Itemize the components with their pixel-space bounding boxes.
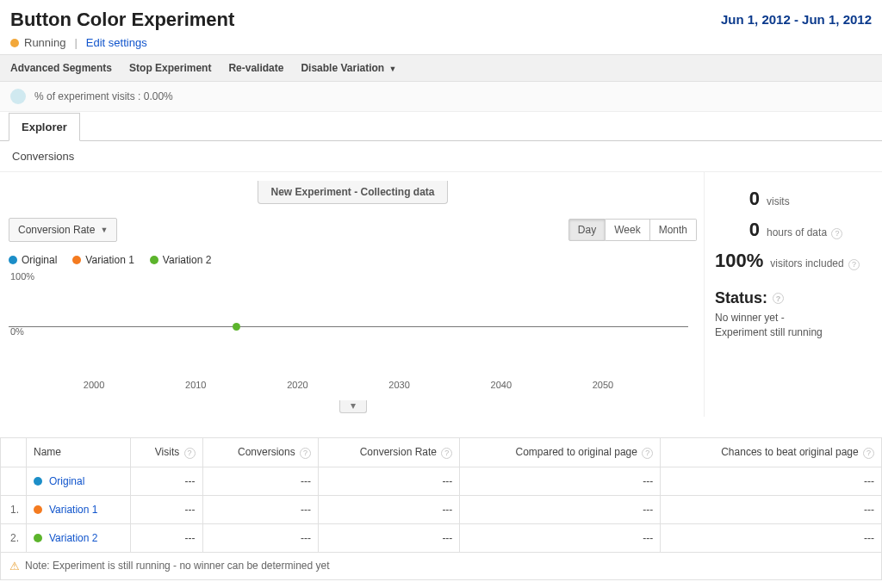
- variation-link[interactable]: Variation 2: [49, 532, 97, 544]
- x-tick: 2000: [43, 380, 145, 390]
- cell-chances: ---: [661, 495, 882, 523]
- row-index: 2.: [1, 523, 27, 552]
- legend-original[interactable]: Original: [9, 254, 57, 266]
- help-icon[interactable]: ?: [831, 228, 842, 239]
- stop-experiment-button[interactable]: Stop Experiment: [129, 62, 211, 74]
- time-week-button[interactable]: Week: [606, 219, 649, 241]
- conversions-metric-link[interactable]: Conversions: [12, 150, 74, 163]
- warning-icon: ⚠: [9, 560, 20, 573]
- time-granularity-group: Day Week Month: [568, 219, 697, 241]
- legend-dot-icon: [150, 256, 158, 264]
- x-tick: 2050: [552, 380, 654, 390]
- cell-conversions: ---: [202, 523, 318, 552]
- included-stat-value: 100%: [715, 250, 763, 272]
- variation-dot-icon: [34, 505, 42, 514]
- help-icon[interactable]: ?: [441, 448, 452, 459]
- cell-conversions: ---: [202, 467, 318, 495]
- col-conversion-rate[interactable]: Conversion Rate ?: [319, 438, 460, 467]
- cell-rate: ---: [319, 523, 460, 552]
- cell-visits: ---: [130, 467, 202, 495]
- hours-stat-value: 0: [715, 219, 760, 241]
- help-icon[interactable]: ?: [642, 448, 653, 459]
- cell-rate: ---: [319, 467, 460, 495]
- time-month-button[interactable]: Month: [650, 219, 697, 241]
- cell-conversions: ---: [202, 495, 318, 523]
- chevron-down-icon: ▼: [100, 226, 108, 234]
- visits-pie-icon: [10, 89, 26, 104]
- col-visits[interactable]: Visits ?: [130, 438, 202, 467]
- legend-label: Original: [22, 254, 57, 266]
- status-label: Running: [24, 36, 65, 49]
- visits-stat-value: 0: [715, 188, 760, 210]
- chevron-down-icon: ▼: [388, 65, 396, 73]
- disable-variation-dropdown[interactable]: Disable Variation ▼: [301, 62, 396, 74]
- visits-stat-label: visits: [767, 195, 790, 207]
- tab-explorer[interactable]: Explorer: [9, 113, 80, 141]
- status-message: No winner yet - Experiment still running: [715, 311, 872, 340]
- revalidate-button[interactable]: Re-validate: [228, 62, 283, 74]
- legend-dot-icon: [9, 256, 17, 264]
- cell-chances: ---: [661, 467, 882, 495]
- variations-table: Name Visits ? Conversions ? Conversion R…: [0, 437, 882, 553]
- date-range[interactable]: Jun 1, 2012 - Jun 1, 2012: [721, 9, 872, 27]
- help-icon[interactable]: ?: [848, 259, 860, 270]
- help-icon[interactable]: ?: [863, 448, 874, 459]
- metric-dropdown[interactable]: Conversion Rate ▼: [9, 218, 117, 242]
- col-name[interactable]: Name: [27, 438, 131, 467]
- cell-compared: ---: [460, 467, 661, 495]
- status-heading: Status:: [715, 289, 767, 307]
- page-title: Button Color Experiment: [10, 9, 234, 31]
- status-indicator-icon: [10, 39, 19, 47]
- cell-rate: ---: [319, 495, 460, 523]
- legend-dot-icon: [72, 256, 81, 264]
- legend-variation-1[interactable]: Variation 1: [72, 254, 134, 266]
- divider: |: [74, 36, 77, 49]
- cell-visits: ---: [130, 523, 202, 552]
- cell-name: Variation 2: [27, 523, 131, 552]
- legend-variation-2[interactable]: Variation 2: [150, 254, 211, 266]
- table-note: Note: Experiment is still running - no w…: [25, 560, 330, 572]
- chart-expand-toggle[interactable]: ▾: [339, 400, 367, 413]
- variation-link[interactable]: Variation 1: [49, 504, 97, 516]
- cell-chances: ---: [661, 523, 882, 552]
- x-tick: 2040: [450, 380, 552, 390]
- help-icon[interactable]: ?: [773, 293, 784, 304]
- y-tick: 0%: [10, 326, 24, 337]
- legend-label: Variation 2: [163, 254, 211, 266]
- included-stat-label: visitors included ?: [770, 257, 860, 270]
- experiment-banner: New Experiment - Collecting data: [258, 181, 447, 204]
- time-day-button[interactable]: Day: [568, 219, 606, 241]
- visits-percent-label: % of experiment visits : 0.00%: [34, 90, 173, 102]
- col-index: [1, 438, 27, 467]
- help-icon[interactable]: ?: [184, 448, 196, 459]
- cell-name: Original: [27, 467, 131, 495]
- x-tick: 2020: [246, 380, 348, 390]
- variation-dot-icon: [34, 477, 42, 486]
- cell-name: Variation 1: [27, 495, 131, 523]
- chart-axis-line: [9, 326, 688, 327]
- y-tick: 100%: [10, 271, 34, 282]
- conversion-chart: 100% 0% 2000 2010 2020 2030 2040 2050: [9, 271, 697, 400]
- cell-compared: ---: [460, 495, 661, 523]
- metric-dropdown-label: Conversion Rate: [18, 224, 95, 236]
- cell-visits: ---: [130, 495, 202, 523]
- advanced-segments-button[interactable]: Advanced Segments: [10, 62, 112, 74]
- table-row: 1.Variation 1---------------: [1, 495, 882, 523]
- col-compared[interactable]: Compared to original page ?: [460, 438, 661, 467]
- edit-settings-link[interactable]: Edit settings: [86, 36, 147, 49]
- hours-stat-label: hours of data ?: [767, 226, 842, 239]
- disable-variation-label: Disable Variation: [301, 62, 384, 74]
- legend-label: Variation 1: [85, 254, 134, 266]
- x-tick: 2010: [145, 380, 246, 390]
- row-index: [1, 467, 27, 495]
- col-chances[interactable]: Chances to beat original page ?: [661, 438, 882, 467]
- variation-link[interactable]: Original: [49, 475, 84, 487]
- help-icon[interactable]: ?: [300, 448, 311, 459]
- cell-compared: ---: [460, 523, 661, 552]
- table-row: 2.Variation 2---------------: [1, 523, 882, 552]
- variation-dot-icon: [34, 534, 42, 542]
- row-index: 1.: [1, 495, 27, 523]
- x-tick: 2030: [349, 380, 450, 390]
- col-conversions[interactable]: Conversions ?: [202, 438, 318, 467]
- chart-data-point: [233, 323, 240, 331]
